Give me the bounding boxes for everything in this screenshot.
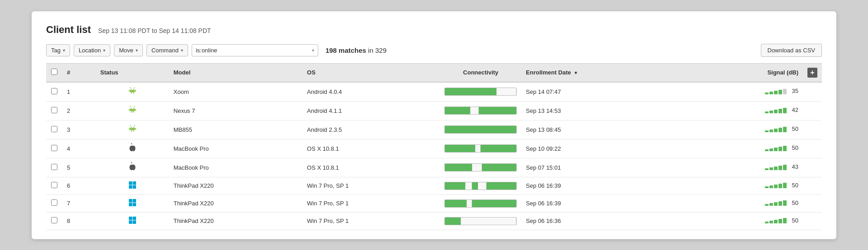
select-all-checkbox[interactable] [51,69,57,75]
command-dropdown[interactable]: Command ▾ [146,44,188,56]
row-status [96,139,169,158]
tag-arrow-icon: ▾ [63,48,65,53]
client-table: # Status Model OS Connectivity Enrollmen… [46,63,822,230]
plus-icon[interactable]: + [807,68,817,78]
row-checkbox[interactable] [51,164,57,170]
row-os: OS X 10.8.1 [302,139,440,158]
row-number: 3 [62,120,96,139]
svg-rect-27 [132,185,136,189]
table-row: 5 MacBook ProOS X 10.8.1Sep 07 15:0143 [46,158,822,177]
row-signal: 50 [687,212,803,230]
conn-segment [445,145,475,152]
location-dropdown[interactable]: Location ▾ [74,44,110,56]
svg-line-23 [134,125,135,126]
signal-bar [765,111,769,113]
command-arrow-icon: ▾ [181,48,183,53]
svg-point-1 [133,88,134,89]
conn-segment [496,88,516,95]
signal-bar [774,220,778,223]
table-row: 1 XoomAndroid 4.0.4Sep 14 07:4735 [46,82,822,102]
signal-bar [783,127,787,132]
signal-bars [765,88,787,94]
row-checkbox[interactable] [51,126,57,132]
row-checkbox-cell [46,194,62,212]
row-number: 8 [62,212,96,230]
matches-bold: 198 matches [326,46,366,54]
svg-rect-33 [132,217,136,220]
row-checkbox-cell [46,158,62,177]
conn-segment [486,182,516,190]
table-row: 8 ThinkPad X220Win 7 Pro, SP 1Sep 06 16:… [46,212,822,230]
apple-icon [129,162,136,173]
row-number: 2 [62,101,96,120]
signal-bar [774,129,778,132]
row-enrollment-date: Sep 10 09:22 [521,139,687,158]
row-status [96,194,169,212]
download-csv-button[interactable]: Download as CSV [761,44,822,57]
search-dropdown-icon[interactable]: ▾ [312,48,314,53]
row-plus-cell [803,120,822,139]
signal-wrap: 42 [765,106,798,113]
row-checkbox-cell [46,212,62,230]
row-checkbox[interactable] [51,145,57,151]
signal-bar [778,147,782,151]
row-plus-cell [803,82,822,102]
row-connectivity [440,120,521,139]
row-status [96,177,169,194]
svg-rect-34 [129,220,132,224]
col-plus[interactable]: + [803,63,822,82]
row-checkbox[interactable] [51,88,57,94]
svg-rect-13 [133,111,134,113]
row-signal: 42 [687,101,803,120]
signal-bar [778,184,782,188]
row-enrollment-date: Sep 06 16:36 [521,212,687,230]
tag-dropdown[interactable]: Tag ▾ [46,44,70,56]
signal-value: 50 [792,125,798,132]
signal-bar [769,203,773,206]
search-input[interactable] [196,47,309,54]
svg-rect-4 [131,93,132,94]
signal-bar [778,201,782,206]
conn-segment [445,126,516,133]
table-row: 2 Nexus 7Android 4.1.1Sep 13 14:5342 [46,101,822,120]
signal-bar [769,185,773,188]
conn-segment [445,200,466,207]
row-enrollment-date: Sep 13 14:53 [521,101,687,120]
signal-bars [765,199,787,206]
row-plus-cell [803,194,822,212]
svg-rect-28 [129,199,132,203]
row-checkbox[interactable] [51,217,57,223]
signal-wrap: 50 [765,125,798,132]
move-dropdown[interactable]: Move ▾ [114,44,143,56]
signal-wrap: 35 [765,88,798,94]
conn-segment [472,200,516,207]
signal-bar [769,111,773,113]
row-connectivity [440,82,521,102]
table-body: 1 XoomAndroid 4.0.4Sep 14 07:47352 [46,82,822,230]
signal-bars [765,107,787,113]
windows-icon [128,181,137,191]
row-signal: 50 [687,194,803,212]
conn-segment [461,218,516,225]
svg-rect-10 [129,109,130,111]
col-enrollment[interactable]: Enrollment Date ▼ [521,63,687,82]
conn-segment [472,182,478,190]
row-model: ThinkPad X220 [169,194,302,212]
row-model: MacBook Pro [169,158,302,177]
toolbar: Tag ▾ Location ▾ Move ▾ Command ▾ ▾ 198 … [46,44,822,57]
row-checkbox[interactable] [51,199,57,206]
row-connectivity [440,101,521,120]
signal-bar [774,110,778,113]
row-signal: 50 [687,139,803,158]
row-status [96,158,169,177]
row-checkbox[interactable] [51,182,57,188]
windows-icon [128,216,137,226]
signal-bar [774,167,778,170]
row-model: MacBook Pro [169,139,302,158]
row-enrollment-date: Sep 06 16:39 [521,177,687,194]
conn-segment [481,145,516,152]
row-number: 1 [62,82,96,102]
svg-rect-24 [129,181,132,185]
conn-segment [445,218,461,225]
row-checkbox[interactable] [51,107,57,113]
